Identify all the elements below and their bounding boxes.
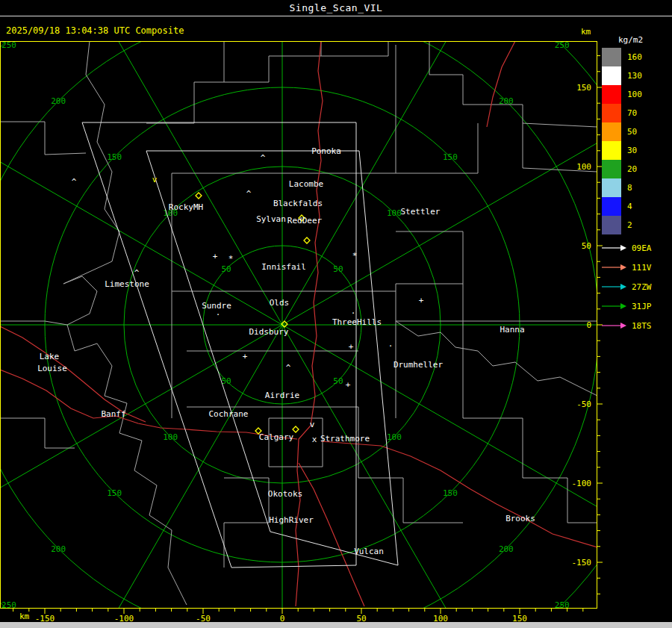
range-ring-label: 50 (221, 376, 231, 386)
colorbar-entry: 20 (602, 160, 648, 178)
radar-id-label: 31JP (632, 302, 652, 311)
county-boundary (0, 321, 67, 325)
city-label: Didsbury (249, 327, 289, 337)
radar-arrow-icon (602, 263, 627, 272)
radar-id-label: 18TS (632, 321, 652, 331)
right-axis-tick-label: 0 (586, 320, 591, 330)
range-ring-label: 50 (221, 264, 231, 274)
city-label: Okotoks (268, 489, 302, 499)
colorbar-swatch (602, 141, 621, 160)
range-radial (282, 325, 672, 564)
right-axis-unit-label: km (581, 27, 591, 37)
colorbar-swatch (602, 66, 621, 85)
window-title-bar: Single_Scan_VIL (0, 0, 672, 16)
range-ring (0, 0, 672, 628)
colorbar-entry: 130 (602, 66, 648, 85)
city-label: RedDeer (287, 216, 323, 226)
range-radial (43, 325, 282, 628)
map-marker: ^ (72, 177, 77, 187)
city-label: Drumheller (393, 360, 444, 370)
map-marker: + (243, 352, 248, 361)
radar-arrow-icon (602, 302, 627, 311)
map-marker: v (310, 420, 315, 429)
map-marker: + (419, 296, 424, 305)
colorbar-entry: 2 (602, 216, 648, 234)
highway (487, 41, 515, 127)
radar-legend-entry: 27ZW (602, 277, 652, 296)
map-marker: ^ (246, 189, 252, 199)
map-marker: * (352, 251, 358, 261)
colorbar-entry: 100 (602, 85, 648, 104)
map-marker: + (213, 252, 218, 261)
city-label: Lake (40, 352, 60, 361)
county-boundary (224, 41, 321, 82)
colorbar-swatch (602, 197, 621, 216)
city-label: Sylvan (256, 214, 286, 224)
colorbar-entry: 8 (602, 178, 648, 197)
city-label: RockyMH (169, 202, 203, 212)
radar-legend-entry: 111V (602, 258, 652, 277)
highway (0, 326, 146, 422)
city-label: Hanna (500, 325, 524, 335)
range-ring-label: 200 (51, 96, 66, 106)
range-radial (43, 0, 282, 325)
radar-display[interactable]: 5050505010010010010015015015015020020020… (0, 0, 672, 628)
radar-id-label: 27ZW (632, 282, 652, 292)
window-title: Single_Scan_VIL (290, 2, 383, 13)
map-layer: 5050505010010010010015015015015020020020… (0, 0, 672, 628)
colorbar-value: 4 (627, 202, 648, 211)
radar-site-marker (304, 237, 310, 243)
colorbar-swatch (602, 160, 621, 178)
map-marker: ^ (261, 153, 266, 163)
city-label: ThreeHills (332, 317, 382, 327)
right-axis-tick-label: -100 (572, 479, 592, 488)
county-boundary (146, 41, 224, 123)
bottom-axis-unit-label: km (19, 612, 29, 621)
map-marker: ^ (134, 268, 140, 278)
colorbar-value: 30 (627, 146, 648, 155)
window-edge-strip (0, 622, 672, 628)
colorbar-value: 50 (627, 127, 648, 137)
colorbar-value: 130 (627, 71, 648, 81)
colorbar-value: 160 (627, 52, 648, 62)
range-ring-label: 150 (107, 152, 122, 162)
city-label: Blackfalds (273, 199, 323, 208)
range-ring-label: 250 (1, 40, 16, 50)
county-boundary (396, 231, 463, 284)
city-label: Lacombe (289, 179, 323, 189)
colorbar-swatch (602, 85, 621, 104)
county-boundary (0, 122, 86, 155)
right-axis-tick-label: -50 (576, 400, 591, 409)
colorbar-swatch (602, 216, 621, 234)
radar-arrow-icon (602, 321, 627, 330)
colorbar-entry: 4 (602, 197, 648, 216)
range-ring-label: 50 (333, 264, 343, 274)
radar-scan-outline (146, 151, 398, 565)
city-label: Cochrane (209, 409, 249, 419)
radar-id-label: 111V (632, 263, 652, 273)
city-label: Olds (270, 298, 290, 308)
county-boundary (396, 123, 478, 173)
city-label: Airdrie (265, 391, 299, 400)
range-ring-label: 150 (443, 488, 458, 498)
colorbar-entry: 160 (602, 48, 648, 66)
map-marker: * (228, 254, 234, 264)
map-marker: + (349, 342, 354, 352)
range-ring-label: 200 (51, 544, 66, 554)
range-radial (282, 325, 521, 628)
county-boundary (429, 41, 597, 127)
radar-legend-entry: 09EA (602, 238, 652, 258)
radar-legend-entry: 18TS (602, 316, 652, 335)
radar-site-legend: 09EA111V27ZW31JP18TS (602, 238, 652, 335)
colorbar-value: 2 (627, 220, 648, 230)
range-ring-label: 100 (163, 432, 178, 442)
county-boundary (358, 407, 463, 523)
city-label: Brooks (505, 514, 535, 523)
colorbar-entry: 50 (602, 122, 648, 141)
county-boundary (224, 478, 269, 568)
county-boundary (396, 321, 597, 396)
radar-id-label: 09EA (632, 243, 652, 253)
range-ring-label: 100 (387, 208, 402, 218)
city-label: Louise (37, 364, 67, 373)
city-label: Strathmore (320, 434, 370, 444)
